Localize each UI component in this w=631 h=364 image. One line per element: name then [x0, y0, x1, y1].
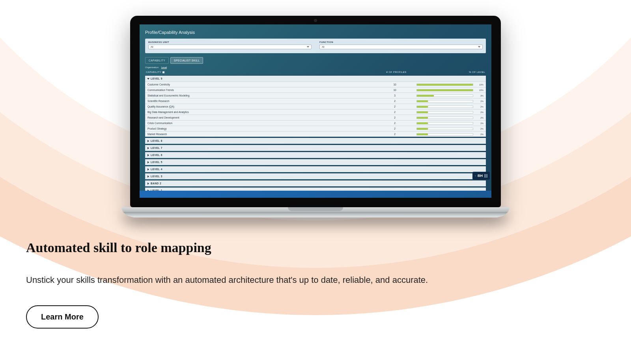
section-subheading: Unstick your skills transformation with …: [26, 274, 605, 286]
pct-value: 2%: [475, 128, 484, 130]
caret-icon: [147, 147, 149, 149]
caret-icon: [147, 154, 149, 156]
level-header-collapsed[interactable]: LEVEL 7: [145, 145, 486, 151]
sort-icon[interactable]: [162, 71, 164, 73]
caret-icon: [147, 140, 149, 142]
pct-bar: [416, 106, 473, 108]
table-row[interactable]: Customer Centricity1010%: [145, 82, 486, 87]
laptop-base: [121, 207, 510, 217]
level-header-collapsed[interactable]: BAND 2: [145, 180, 486, 186]
filter-bu-select[interactable]: All: [148, 45, 312, 49]
level-header-collapsed[interactable]: LEVEL 5: [145, 159, 486, 165]
pct-value: 3%: [475, 95, 484, 97]
level-header-collapsed[interactable]: LEVEL 8: [145, 137, 486, 144]
filter-bar: BUSINESS UNIT All FUNCTION All: [145, 39, 486, 53]
pct-value: 10%: [475, 89, 484, 91]
caret-icon: [147, 182, 149, 185]
level-label: LEVEL 7: [151, 147, 162, 149]
camera-icon: [314, 19, 317, 22]
chevron-down-icon: [478, 46, 480, 48]
profile-count: 2: [373, 133, 416, 136]
caret-icon: [147, 175, 149, 178]
pct-bar: [416, 84, 473, 86]
level-header-collapsed[interactable]: LEVEL 3: [145, 173, 486, 179]
menu-icon: [484, 174, 487, 178]
level-header-expanded[interactable]: LEVEL 9: [145, 75, 486, 82]
profile-count: 10: [373, 83, 416, 86]
section-heading: Automated skill to role mapping: [26, 240, 605, 255]
crumb-level[interactable]: Level: [161, 66, 167, 69]
pct-value: 2%: [475, 117, 484, 119]
profile-count: 2: [373, 127, 416, 130]
page-title: Profile/Capability Analysis: [145, 30, 486, 35]
capability-name: Customer Centricity: [147, 83, 373, 86]
col-profiles: # OF PROFILES: [375, 71, 418, 73]
laptop-mockup: Profile/Capability Analysis BUSINESS UNI…: [130, 16, 501, 217]
pct-bar: [416, 100, 473, 102]
pct-bar: [416, 128, 473, 130]
table-header: CAPABILITY # OF PROFILES % OF LEVEL: [145, 71, 486, 74]
table-row[interactable]: Research and Development22%: [145, 115, 486, 120]
level-label: LEVEL 9: [151, 77, 162, 80]
col-pct-of-level: % OF LEVEL: [418, 71, 485, 73]
filter-fn-select[interactable]: All: [319, 45, 483, 49]
pct-value: 2%: [475, 111, 484, 113]
level-header-collapsed[interactable]: LEVEL 4: [145, 166, 486, 172]
user-badge[interactable]: BH: [472, 172, 490, 180]
profile-count: 2: [373, 122, 416, 124]
table-row[interactable]: Big Data Management and Analytics22%: [145, 109, 486, 115]
app-screenshot: Profile/Capability Analysis BUSINESS UNI…: [140, 24, 491, 198]
filter-bu-value: All: [151, 46, 153, 48]
table-row[interactable]: Product Strategy22%: [145, 126, 486, 131]
level-label: LEVEL 8: [151, 139, 162, 142]
tab-bar: CAPABILITY SPECIALIST SKILL: [145, 57, 486, 64]
profile-count: 10: [373, 89, 416, 91]
laptop-screen-frame: Profile/Capability Analysis BUSINESS UNI…: [130, 16, 501, 207]
capability-name: Product Strategy: [147, 127, 373, 130]
capability-name: Quality Assurance (QA): [147, 105, 373, 108]
level-label: LEVEL 3: [151, 175, 162, 178]
profile-count: 2: [373, 111, 416, 113]
capability-name: Big Data Management and Analytics: [147, 111, 373, 113]
profile-count: 2: [373, 105, 416, 108]
learn-more-button[interactable]: Learn More: [26, 305, 99, 329]
table-row[interactable]: Statistical and Econometric Modeling33%: [145, 93, 486, 98]
user-initials: BH: [478, 174, 483, 178]
pct-bar: [416, 95, 473, 97]
table-row[interactable]: Market Research22%: [145, 131, 486, 137]
tab-specialist-skill[interactable]: SPECIALIST SKILL: [170, 57, 203, 64]
filter-fn-label: FUNCTION: [319, 41, 483, 43]
filter-bu-label: BUSINESS UNIT: [148, 41, 312, 43]
caret-icon: [147, 161, 149, 163]
pct-bar: [416, 133, 473, 136]
level-header-collapsed[interactable]: LEVEL 6: [145, 152, 486, 158]
level-label: LEVEL 5: [151, 161, 162, 163]
profile-count: 2: [373, 116, 416, 119]
pct-bar: [416, 117, 473, 119]
table-row[interactable]: Communication Trends1010%: [145, 87, 486, 93]
table-row[interactable]: Scientific Research22%: [145, 98, 486, 104]
capability-name: Market Research: [147, 133, 373, 136]
pct-value: 10%: [475, 84, 484, 86]
level-label: LEVEL 4: [151, 168, 162, 171]
table-row[interactable]: Quality Assurance (QA)22%: [145, 104, 486, 109]
capability-name: Scientific Research: [147, 100, 373, 102]
level-label: BAND 2: [151, 182, 161, 185]
capability-name: Crisis Communication: [147, 122, 373, 124]
pct-value: 2%: [475, 133, 484, 136]
tab-capability[interactable]: CAPABILITY: [145, 57, 169, 64]
pct-value: 2%: [475, 100, 484, 102]
capability-name: Statistical and Econometric Modeling: [147, 94, 373, 97]
filter-fn-value: All: [322, 46, 325, 48]
caret-icon: [147, 168, 149, 171]
chevron-down-icon: [307, 46, 309, 48]
breadcrumb: Organization Level: [145, 66, 486, 69]
laptop-notch: [288, 207, 343, 211]
app-footer-band: [140, 191, 491, 198]
profile-count: 2: [373, 100, 416, 102]
capability-name: Research and Development: [147, 116, 373, 119]
caret-icon: [147, 78, 149, 80]
crumb-organization[interactable]: Organization: [145, 66, 159, 69]
table-row[interactable]: Crisis Communication22%: [145, 120, 486, 126]
pct-value: 2%: [475, 122, 484, 124]
